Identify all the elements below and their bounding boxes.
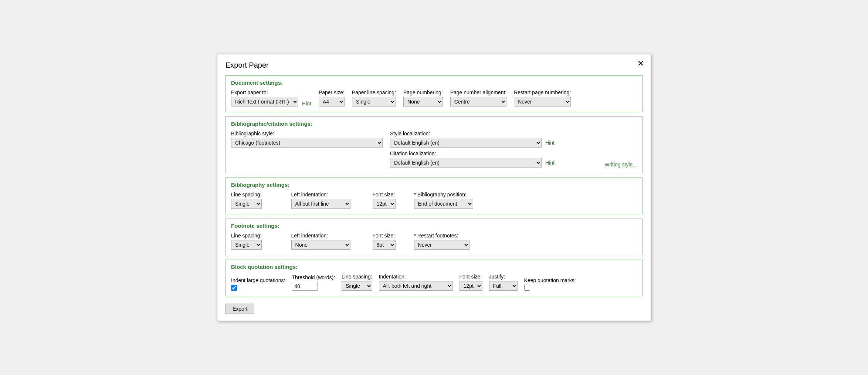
footnote-left-indentation-group: Left indentation: None All but first lin…	[291, 233, 350, 250]
footnote-font-size-label: Font size:	[373, 233, 396, 239]
page-number-alignment-select[interactable]: Centre Left Right	[450, 97, 507, 107]
page-numbering-group: Page numbering: None Top Bottom	[403, 89, 443, 107]
footnote-left-indentation-select[interactable]: None All but first line All lines First …	[291, 240, 350, 250]
indent-large-quotations-checkbox[interactable]	[231, 285, 237, 291]
export-paper-dialog: Export Paper ✕ Document settings: Export…	[217, 54, 651, 321]
bq-font-size-label: Font size:	[460, 274, 482, 280]
bq-justify-label: Justify:	[489, 274, 518, 280]
bibliography-settings-section: Bibliography settings: Line spacing: Sin…	[226, 178, 642, 214]
bibliography-position-group: * Bibliography position: End of document…	[414, 192, 473, 209]
keep-quotation-marks-group: Keep quotation marks:	[524, 277, 576, 291]
restart-footnotes-label: * Restart footnotes:	[414, 233, 469, 239]
footnote-settings-section: Footnote settings: Line spacing: Single …	[226, 219, 642, 255]
bibliographic-settings-title: Bibliographic/citation settings:	[231, 121, 637, 127]
bib-font-size-label: Font size:	[373, 192, 396, 197]
indent-large-quotations-label: Indent large quotations:	[231, 277, 285, 283]
page-number-alignment-label: Page number alignment:	[450, 89, 507, 95]
threshold-words-input[interactable]: 40	[292, 282, 318, 291]
paper-size-group: Paper size: A4 Letter Legal	[319, 89, 345, 107]
block-quotation-settings-section: Block quotation settings: Indent large q…	[226, 260, 642, 296]
bib-left-indentation-label: Left indentation:	[291, 192, 350, 197]
document-settings-row: Export paper to: Rich Text Format (RTF) …	[231, 89, 637, 107]
footnote-line-spacing-select[interactable]: Single 1.5 Double	[231, 240, 262, 250]
bq-line-spacing-select[interactable]: Single 1.5 Double	[342, 281, 372, 291]
bibliography-position-select[interactable]: End of document End of section After ref…	[414, 199, 473, 209]
restart-page-numbering-label: Restart page numbering:	[514, 89, 571, 95]
bibliographic-style-group: Bibliographic style: Chicago (footnotes)…	[231, 131, 383, 148]
export-paper-to-select[interactable]: Rich Text Format (RTF) Microsoft Word (D…	[231, 97, 298, 107]
page-numbering-label: Page numbering:	[403, 89, 443, 95]
footnote-settings-title: Footnote settings:	[231, 223, 637, 229]
page-numbering-select[interactable]: None Top Bottom	[403, 97, 443, 107]
keep-quotation-marks-checkbox[interactable]	[524, 285, 530, 291]
paper-line-spacing-label: Paper line spacing:	[352, 89, 396, 95]
footnote-left-indentation-label: Left indentation:	[291, 233, 350, 239]
style-localization-select[interactable]: Default English (en) British English Ame…	[390, 138, 542, 148]
export-paper-to-group: Export paper to: Rich Text Format (RTF) …	[231, 89, 311, 107]
dialog-title: Export Paper	[226, 61, 642, 70]
threshold-words-label: Threshold (words):	[292, 274, 335, 280]
bib-left-indentation-select[interactable]: All but first line None All lines First …	[291, 199, 350, 209]
writing-style-link[interactable]: Writing style...	[604, 162, 637, 168]
bibliographic-style-label: Bibliographic style:	[231, 131, 383, 136]
restart-page-numbering-group: Restart page numbering: Never Each chapt…	[514, 89, 571, 107]
bq-justify-select[interactable]: Full Left Right Centre	[489, 281, 518, 291]
export-button[interactable]: Export	[226, 304, 254, 314]
footnote-font-size-select[interactable]: 8pt 10pt 12pt	[373, 240, 396, 250]
footnote-line-spacing-group: Line spacing: Single 1.5 Double	[231, 233, 262, 250]
bib-line-spacing-select[interactable]: Single 1.5 Double	[231, 199, 262, 209]
style-localization-hint[interactable]: Hint	[545, 140, 555, 146]
bib-left-indentation-group: Left indentation: All but first line Non…	[291, 192, 350, 209]
bib-font-size-group: Font size: 12pt 10pt 11pt 14pt	[373, 192, 396, 209]
paper-size-label: Paper size:	[319, 89, 345, 95]
bib-line-spacing-group: Line spacing: Single 1.5 Double	[231, 192, 262, 209]
page-number-alignment-group: Page number alignment: Centre Left Right	[450, 89, 507, 107]
bib-line-spacing-label: Line spacing:	[231, 192, 262, 197]
bibliography-settings-row: Line spacing: Single 1.5 Double Left ind…	[231, 192, 637, 209]
footnote-line-spacing-label: Line spacing:	[231, 233, 262, 239]
indent-large-quotations-group: Indent large quotations:	[231, 277, 285, 291]
bq-indentation-label: Indentation:	[379, 274, 453, 280]
block-quotation-row: Indent large quotations: Threshold (word…	[231, 274, 637, 291]
bibliography-position-label: * Bibliography position:	[414, 192, 473, 197]
bq-indentation-group: Indentation: All, both left and right No…	[379, 274, 453, 291]
bq-justify-group: Justify: Full Left Right Centre	[489, 274, 518, 291]
close-button[interactable]: ✕	[637, 60, 644, 68]
restart-page-numbering-select[interactable]: Never Each chapter	[514, 97, 571, 107]
bq-font-size-select[interactable]: 12pt 10pt 11pt 14pt	[460, 281, 482, 291]
paper-size-select[interactable]: A4 Letter Legal	[319, 97, 345, 107]
paper-line-spacing-select[interactable]: Single 1.5 Double	[352, 97, 396, 107]
bibliography-settings-title: Bibliography settings:	[231, 182, 637, 188]
paper-line-spacing-group: Paper line spacing: Single 1.5 Double	[352, 89, 396, 107]
bq-line-spacing-label: Line spacing:	[342, 274, 372, 280]
footer: Export	[226, 301, 642, 314]
bib-font-size-select[interactable]: 12pt 10pt 11pt 14pt	[373, 199, 396, 209]
block-quotation-settings-title: Block quotation settings:	[231, 264, 637, 270]
footnote-settings-row: Line spacing: Single 1.5 Double Left ind…	[231, 233, 637, 250]
bq-indentation-select[interactable]: All, both left and right None Left only …	[379, 281, 453, 291]
bq-line-spacing-group: Line spacing: Single 1.5 Double	[342, 274, 372, 291]
citation-localization-label: Citation localization:	[390, 151, 597, 156]
citation-localization-hint[interactable]: Hint	[545, 160, 555, 166]
bibliographic-style-select[interactable]: Chicago (footnotes) APA MLA Harvard	[231, 138, 383, 148]
footnote-font-size-group: Font size: 8pt 10pt 12pt	[373, 233, 396, 250]
restart-footnotes-group: * Restart footnotes: Never Each page Eac…	[414, 233, 469, 250]
document-settings-section: Document settings: Export paper to: Rich…	[226, 75, 642, 112]
style-localization-label: Style localization:	[390, 131, 597, 136]
bibliographic-settings-section: Bibliographic/citation settings: Bibliog…	[226, 116, 642, 173]
threshold-words-group: Threshold (words): 40	[292, 274, 335, 291]
export-paper-hint-link[interactable]: Hint	[302, 101, 311, 107]
restart-footnotes-select[interactable]: Never Each page Each chapter	[414, 240, 469, 250]
export-paper-to-label: Export paper to:	[231, 89, 311, 95]
document-settings-title: Document settings:	[231, 80, 637, 86]
bq-font-size-group: Font size: 12pt 10pt 11pt 14pt	[460, 274, 482, 291]
keep-quotation-marks-label: Keep quotation marks:	[524, 277, 576, 283]
citation-localization-select[interactable]: Default English (en) British English Ame…	[390, 158, 542, 168]
